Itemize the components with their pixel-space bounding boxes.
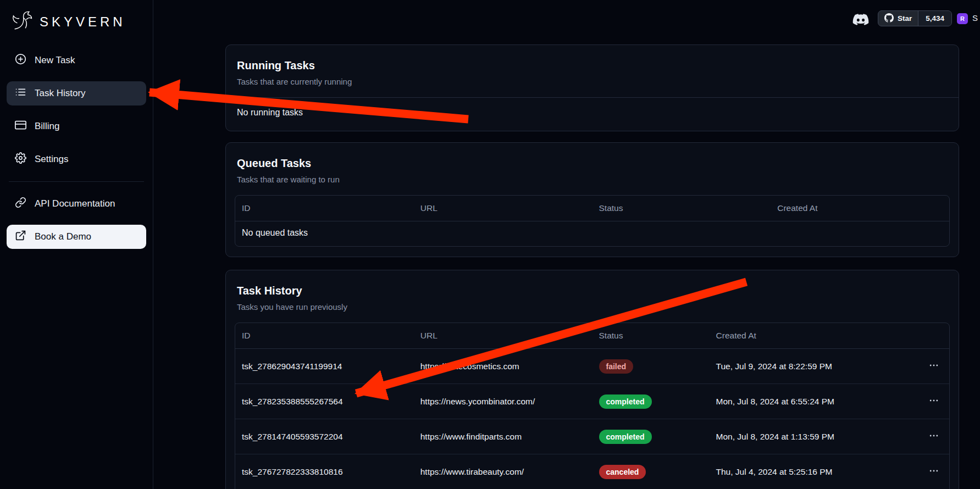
task-status-cell: completed <box>593 386 710 418</box>
clipped-user-label: S <box>972 13 978 23</box>
github-star-count: 5,434 <box>918 11 951 26</box>
sidebar-item-label: Book a Demo <box>35 231 91 242</box>
task-id: tsk_278147405593572204 <box>235 423 414 451</box>
github-icon <box>884 13 894 24</box>
task-id: tsk_276727822333810816 <box>235 458 414 486</box>
task-history-card: Task History Tasks you have run previous… <box>225 270 959 489</box>
queued-tasks-card: Queued Tasks Tasks that are waiting to r… <box>225 142 959 257</box>
column-header-created-at: Created At <box>710 323 917 348</box>
user-avatar[interactable]: R <box>957 13 968 24</box>
sidebar: SKYVERN New Task Task History <box>0 0 153 489</box>
more-horizontal-icon <box>928 430 939 441</box>
task-created-at: Thu, Jul 4, 2024 at 5:25:16 PM <box>710 458 917 486</box>
queued-tasks-subtitle: Tasks that are waiting to run <box>237 175 948 184</box>
sidebar-item-label: New Task <box>35 55 75 66</box>
credit-card-icon <box>15 119 26 134</box>
task-history-subtitle: Tasks you have run previously <box>237 302 948 312</box>
more-horizontal-icon <box>928 465 939 476</box>
column-header-status: Status <box>593 323 710 348</box>
sidebar-item-label: Billing <box>35 121 59 132</box>
running-tasks-card: Running Tasks Tasks that are currently r… <box>225 45 959 131</box>
status-badge: canceled <box>599 465 646 479</box>
skyvern-logo[interactable]: SKYVERN <box>0 0 153 41</box>
task-history-table: ID URL Status Created At tsk_27862904374… <box>235 323 950 489</box>
more-horizontal-icon <box>928 360 939 371</box>
sidebar-item-billing[interactable]: Billing <box>7 114 146 138</box>
queued-tasks-empty-text: No queued tasks <box>235 221 949 246</box>
column-header-status: Status <box>593 196 771 221</box>
row-more-options-button[interactable] <box>925 393 943 410</box>
task-id: tsk_278629043741199914 <box>235 353 414 380</box>
github-star-widget[interactable]: Star 5,434 <box>878 10 952 26</box>
topbar: Star 5,434 R S <box>153 0 980 36</box>
task-status-cell: canceled <box>593 456 710 488</box>
plus-circle-icon <box>15 53 26 68</box>
queued-tasks-title: Queued Tasks <box>237 156 948 170</box>
sidebar-item-new-task[interactable]: New Task <box>7 48 146 73</box>
sidebar-item-label: Task History <box>35 88 86 99</box>
sidebar-item-book-a-demo[interactable]: Book a Demo <box>7 225 146 249</box>
column-header-id: ID <box>235 323 414 348</box>
discord-icon[interactable] <box>852 12 870 26</box>
skyvern-dragon-icon <box>10 9 34 35</box>
sidebar-divider <box>9 181 144 182</box>
status-badge: failed <box>599 359 634 374</box>
column-header-actions <box>916 323 949 348</box>
sidebar-item-label: API Documentation <box>35 198 115 209</box>
task-url: https://www.finditparts.com <box>414 423 593 451</box>
task-created-at: Mon, Jul 8, 2024 at 1:13:59 PM <box>710 423 917 451</box>
column-header-url: URL <box>414 196 593 221</box>
queued-tasks-table-header: ID URL Status Created At <box>235 196 949 221</box>
sidebar-item-api-documentation[interactable]: API Documentation <box>7 192 146 216</box>
task-history-table-header: ID URL Status Created At <box>235 323 949 349</box>
main-content: Running Tasks Tasks that are currently r… <box>153 0 980 489</box>
status-badge: completed <box>599 430 652 444</box>
task-history-title: Task History <box>237 284 948 298</box>
table-row[interactable]: tsk_276727822333810816 https://www.tirab… <box>235 454 949 489</box>
github-star-label: Star <box>898 14 912 23</box>
column-header-url: URL <box>414 323 593 348</box>
sidebar-item-settings[interactable]: Settings <box>7 147 146 171</box>
table-row[interactable]: tsk_278629043741199914 https://tartecosm… <box>235 349 949 384</box>
row-more-options-button[interactable] <box>925 358 943 375</box>
sidebar-nav: New Task Task History Billing <box>0 41 153 249</box>
more-horizontal-icon <box>928 395 939 406</box>
table-row[interactable]: tsk_278147405593572204 https://www.findi… <box>235 419 949 454</box>
task-id: tsk_278235388555267564 <box>235 388 414 415</box>
table-row[interactable]: tsk_278235388555267564 https://news.ycom… <box>235 384 949 419</box>
task-created-at: Tue, Jul 9, 2024 at 8:22:59 PM <box>710 353 917 380</box>
column-header-id: ID <box>235 196 414 221</box>
row-more-options-button[interactable] <box>925 428 943 445</box>
task-status-cell: failed <box>593 351 710 382</box>
sidebar-item-label: Settings <box>35 154 68 165</box>
sidebar-item-task-history[interactable]: Task History <box>7 81 146 105</box>
status-badge: completed <box>599 394 652 409</box>
logo-wordmark: SKYVERN <box>40 14 126 30</box>
queued-tasks-table: ID URL Status Created At No queued tasks <box>235 195 950 247</box>
task-history-rows: tsk_278629043741199914 https://tartecosm… <box>235 349 949 489</box>
gear-icon <box>15 152 26 166</box>
task-status-cell: completed <box>593 421 710 453</box>
row-more-options-button[interactable] <box>925 463 943 480</box>
list-icon <box>15 86 26 101</box>
task-url: https://news.ycombinator.com/ <box>414 388 593 415</box>
running-tasks-empty-text: No running tasks <box>226 98 959 131</box>
column-header-created-at: Created At <box>771 196 949 221</box>
task-created-at: Mon, Jul 8, 2024 at 6:55:24 PM <box>710 388 917 415</box>
external-link-icon <box>15 230 26 244</box>
task-url: https://tartecosmetics.com <box>414 353 593 380</box>
link-icon <box>15 197 26 211</box>
running-tasks-subtitle: Tasks that are currently running <box>237 77 948 86</box>
task-url: https://www.tirabeauty.com/ <box>414 458 593 486</box>
running-tasks-title: Running Tasks <box>237 58 948 73</box>
